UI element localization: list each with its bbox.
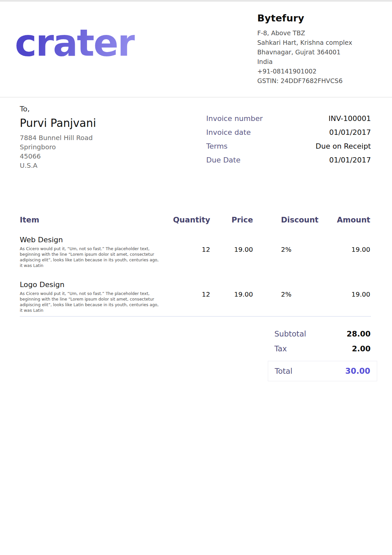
items-table-header: Item Quantity Price Discount Amount — [20, 215, 371, 225]
terms-row: Terms Due on Receipt — [206, 139, 371, 153]
column-header-price: Price — [210, 215, 253, 225]
item-cell: Logo Design As Cicero would put it, “Um,… — [20, 280, 166, 313]
company-gstin: GSTIN: 24DDF7682FHVCS6 — [257, 76, 371, 86]
terms-label: Terms — [206, 142, 228, 150]
column-header-amount: Amount — [321, 215, 370, 225]
table-bottom-divider — [20, 316, 371, 317]
company-address-line: F-8, Above TBZ — [257, 28, 371, 38]
billing-section: To, Purvi Panjvani 7884 Bunnel Hill Road… — [20, 104, 371, 170]
item-amount: 19.00 — [321, 280, 370, 313]
subtotal-row: Subtotal 28.00 — [268, 329, 377, 339]
item-name: Logo Design — [20, 280, 166, 289]
company-address-line: India — [257, 57, 371, 67]
subtotal-label: Subtotal — [274, 330, 306, 338]
total-value: 30.00 — [345, 366, 370, 376]
invoice-date-value: 01/01/2017 — [329, 128, 371, 136]
company-phone: +91-08141901002 — [257, 67, 371, 76]
items-table: Item Quantity Price Discount Amount Web … — [20, 215, 371, 381]
total-label: Total — [275, 367, 293, 375]
invoice-date-row: Invoice date 01/01/2017 — [206, 125, 371, 139]
customer-address-line: 7884 Bunnel Hill Road — [20, 133, 158, 142]
subtotal-value: 28.00 — [347, 330, 371, 338]
invoice-date-label: Invoice date — [206, 128, 251, 136]
item-amount: 19.00 — [321, 235, 370, 268]
invoice-number-value: INV-100001 — [328, 114, 371, 123]
item-cell: Web Design As Cicero would put it, “Um, … — [20, 235, 166, 268]
due-date-value: 01/01/2017 — [329, 156, 371, 164]
company-address-line: Sahkari Hart, Krishna complex — [257, 38, 371, 47]
invoice-meta: Invoice number INV-100001 Invoice date 0… — [206, 111, 371, 170]
terms-value: Due on Receipt — [316, 142, 371, 150]
item-price: 19.00 — [210, 235, 253, 268]
customer-address-line: U.S.A — [20, 161, 158, 170]
item-discount: 2% — [253, 280, 321, 313]
tax-label: Tax — [274, 344, 287, 353]
customer-address-line: 45066 — [20, 152, 158, 161]
invoice-page: crater Bytefury F-8, Above TBZ Sahkari H… — [0, 0, 392, 555]
company-name: Bytefury — [257, 13, 371, 24]
column-header-item: Item — [20, 215, 166, 225]
totals-section: Subtotal 28.00 Tax 2.00 Total 30.00 — [268, 329, 377, 381]
tax-row: Tax 2.00 — [268, 344, 377, 354]
company-address-line: Bhavnagar, Gujrat 364001 — [257, 47, 371, 57]
to-label: To, — [20, 104, 158, 114]
item-quantity: 12 — [166, 235, 210, 268]
column-header-discount: Discount — [253, 215, 321, 225]
tax-value: 2.00 — [352, 344, 371, 353]
company-info: Bytefury F-8, Above TBZ Sahkari Hart, Kr… — [257, 13, 371, 86]
item-discount: 2% — [253, 235, 321, 268]
item-description: As Cicero would put it, “Um, not so fast… — [20, 246, 159, 268]
item-quantity: 12 — [166, 280, 210, 313]
invoice-body: To, Purvi Panjvani 7884 Bunnel Hill Road… — [0, 104, 392, 381]
due-date-label: Due Date — [206, 156, 240, 164]
bill-to-block: To, Purvi Panjvani 7884 Bunnel Hill Road… — [20, 104, 158, 170]
table-row: Logo Design As Cicero would put it, “Um,… — [20, 280, 371, 313]
total-box: Total 30.00 — [268, 361, 377, 381]
customer-name: Purvi Panjvani — [20, 116, 158, 131]
table-row: Web Design As Cicero would put it, “Um, … — [20, 235, 371, 268]
invoice-header: crater Bytefury F-8, Above TBZ Sahkari H… — [0, 2, 392, 98]
invoice-number-label: Invoice number — [206, 114, 263, 123]
due-date-row: Due Date 01/01/2017 — [206, 153, 371, 167]
customer-address-line: Springboro — [20, 142, 158, 152]
invoice-number-row: Invoice number INV-100001 — [206, 111, 371, 125]
item-name: Web Design — [20, 235, 166, 245]
column-header-quantity: Quantity — [166, 215, 210, 225]
item-description: As Cicero would put it, “Um, not so fast… — [20, 291, 159, 313]
crater-logo: crater — [15, 24, 135, 61]
item-price: 19.00 — [210, 280, 253, 313]
